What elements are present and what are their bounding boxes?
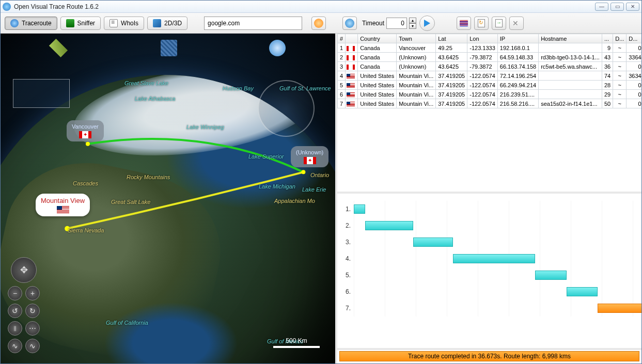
callout-label: (Unknown) [296,149,323,155]
zoom-out-button[interactable]: − [8,286,22,300]
table-cell: -79.3872 [467,62,498,71]
table-cell [346,99,358,108]
col-header[interactable]: Hostname [539,34,602,43]
rotate-cw-button[interactable]: ↻ [25,304,40,318]
table-cell: Mountain Vi... [397,90,436,99]
cube-icon [153,19,161,27]
maximize-button[interactable]: ▭ [610,3,624,11]
reload-button[interactable] [474,17,489,30]
flag-canada-icon [79,131,91,138]
col-header[interactable]: D... [613,34,627,43]
rotate-ccw-button[interactable]: ↺ [8,304,22,318]
gantt-row-label: 7. [341,305,354,312]
locate-button[interactable] [342,17,357,30]
sniffer-label: Sniffer [77,20,95,27]
reload-icon [478,19,485,27]
table-cell: 36 [602,62,613,71]
spin-down[interactable]: ▼ [409,23,416,29]
gantt-row-label: 6. [341,288,354,295]
callout-vancouver[interactable]: Vancouver [67,120,104,141]
spin-up[interactable]: ▲ [409,18,416,23]
table-cell: ~ [613,81,627,90]
sniffer-button[interactable]: Sniffer [60,17,101,30]
table-row[interactable]: 6United StatesMountain Vi...37.419205-12… [338,90,642,99]
zoom-in-button[interactable]: + [25,286,40,300]
window-title: Open Visual Trace Route 1.6.2 [14,3,595,10]
table-cell: -122.0574 [467,90,498,99]
close-button[interactable]: ✕ [626,3,639,11]
table-cell: ~ [613,43,627,53]
table-row[interactable]: 2Canada(Unknown)43.6425-79.387264.59.148… [338,53,642,62]
col-header[interactable]: Town [397,34,436,43]
callout-label: Vancouver [72,123,99,130]
table-cell: ~ [613,90,627,99]
view-label: 2D/3D [164,20,182,27]
col-header[interactable]: Lon [467,34,498,43]
whois-button[interactable]: WhoIs [104,17,144,30]
table-cell: 9 [602,43,613,53]
chart-button[interactable]: ⫴ [8,321,22,336]
host-input[interactable] [204,17,302,30]
table-cell: 3634 [627,71,641,81]
map-pane[interactable]: Vancouver (Unknown) Mountain View Hudson… [1,34,337,363]
gantt-track [354,217,637,234]
table-cell [539,81,602,90]
settings-button[interactable] [509,17,524,30]
col-header[interactable] [346,34,358,43]
table-cell: 37.419205 [436,90,467,99]
callout-unknown[interactable]: (Unknown) [291,146,328,167]
callout-mountain-view[interactable]: Mountain View [36,194,90,216]
table-cell: 192.168.0.1 [497,43,538,53]
export-button[interactable] [492,17,506,30]
table-cell: 6 [338,90,346,99]
table-cell: -79.3872 [467,53,498,62]
gantt-row-label: 1. [341,205,354,213]
col-header[interactable]: Lat [436,34,467,43]
stats-button[interactable]: ⋯ [25,321,40,336]
table-cell [539,43,602,53]
col-header[interactable]: D... [627,34,641,43]
table-row[interactable]: 5United StatesMountain Vi...37.419205-12… [338,81,642,90]
gantt-row-label: 5. [341,272,354,279]
table-cell: ~ [613,71,627,81]
table-cell [346,62,358,71]
minimap[interactable] [13,79,70,108]
col-header[interactable]: IP [497,34,538,43]
flag-button[interactable] [457,17,471,30]
gantt-track [354,234,637,250]
table-cell: United States [358,90,397,99]
timing-chart: 1.2.3.4.5.6.7. [337,194,641,350]
timeout-label: Timeout [362,20,384,27]
table-cell: 50 [602,99,613,108]
table-row[interactable]: 4United StatesMountain Vi...37.419205-12… [338,71,642,81]
table-cell: 72.14.196.254 [497,71,538,81]
traceroute-button[interactable]: Traceroute [5,17,57,30]
table-cell: 1 [338,43,346,53]
timeout-spinner[interactable]: ▲▼ [409,18,416,29]
grid-icon[interactable] [161,40,177,56]
pan-button[interactable]: ✥ [11,257,37,283]
compass[interactable] [258,80,315,137]
table-cell: -123.1333 [467,43,498,53]
table-cell: 0 [627,99,641,108]
col-header[interactable]: ... [602,34,613,43]
view-toggle-button[interactable]: 2D/3D [147,17,187,30]
run-button[interactable] [419,15,435,31]
col-header[interactable]: Country [358,34,397,43]
table-cell: 3 [338,62,346,71]
timeout-input[interactable] [386,18,407,29]
table-cell: 37.419205 [436,99,467,108]
minimize-button[interactable]: — [595,3,608,11]
wave-a-button[interactable]: ∿ [8,339,22,353]
wave-b-button[interactable]: ∿ [25,339,40,353]
flag-us-icon [57,206,69,213]
resolve-button[interactable] [311,17,326,30]
table-row[interactable]: 7United StatesMountain Vi...37.419205-12… [338,99,642,108]
table-cell: -122.0574 [467,99,498,108]
col-header[interactable]: # [338,34,346,43]
table-row[interactable]: 1CanadaVancouver49.25-123.1333192.168.0.… [338,43,642,53]
hop-table[interactable]: #CountryTownLatLonIPHostname...D...D... … [337,34,641,194]
status-text: Trace route completed in 36.673s. Route … [408,353,571,360]
globe-style-icon[interactable] [269,40,286,56]
table-row[interactable]: 3Canada(Unknown)43.6425-79.387266.163.74… [338,62,642,71]
